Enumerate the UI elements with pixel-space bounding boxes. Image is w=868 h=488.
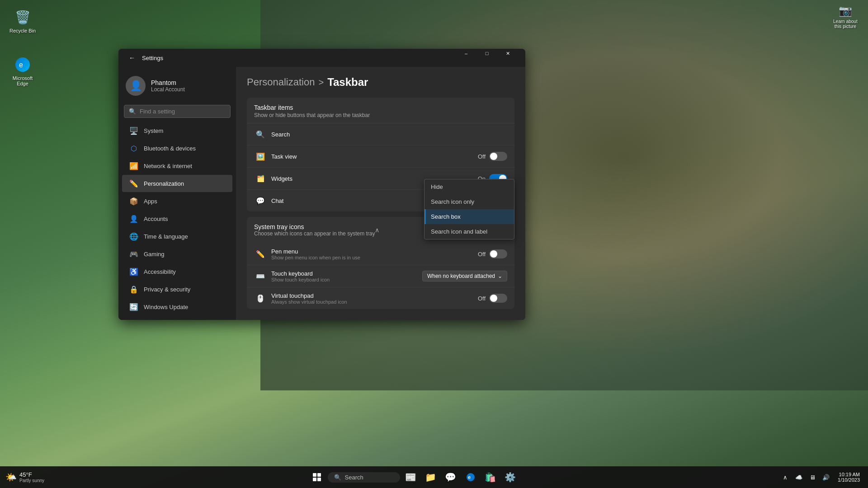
username: Phantom [151, 79, 185, 86]
accessibility-icon: ♿ [129, 267, 138, 276]
page-header: Personalization > Taskbar [247, 76, 514, 89]
pen-menu-toggle[interactable] [489, 249, 507, 258]
svg-rect-5 [317, 478, 321, 481]
nav-item-accounts[interactable]: 👤 Accounts [122, 210, 232, 227]
gaming-icon: 🎮 [129, 249, 138, 258]
svg-rect-4 [313, 478, 316, 481]
learn-about-picture-button[interactable]: 📷 Learn aboutthis picture [827, 5, 863, 29]
touch-keyboard-dropdown[interactable]: When no keyboard attached ⌄ [422, 271, 507, 282]
avatar: 👤 [126, 76, 146, 96]
pen-menu-row: ✏️ Pen menu Show pen menu icon when pen … [247, 243, 514, 265]
touch-keyboard-subtitle: Show touch keyboard icon [271, 277, 422, 282]
nav-item-gaming[interactable]: 🎮 Gaming [122, 245, 232, 263]
taskbar-search-bar[interactable]: 🔍 Search [328, 472, 400, 483]
taskview-setting-icon: 🖼️ [254, 150, 267, 163]
weather-icon: 🌤️ [5, 472, 17, 483]
personalization-icon: ✏️ [129, 179, 138, 188]
taskbar-app-news[interactable]: 📰 [402, 468, 420, 486]
taskbar-items-title: Taskbar items [254, 104, 507, 111]
touch-keyboard-label: Touch keyboard [271, 270, 422, 277]
settings-search-wrapper: 🔍 [118, 103, 236, 122]
privacy-icon: 🔒 [129, 285, 138, 294]
account-type: Local Account [151, 86, 185, 93]
close-button[interactable]: ✕ [497, 49, 518, 62]
taskbar-items-header: Taskbar items Show or hide buttons that … [247, 98, 514, 123]
dropdown-option-icon-only[interactable]: Search icon only [425, 194, 514, 209]
weather-widget[interactable]: 🌤️ 45°F Partly sunny [5, 471, 44, 483]
bluetooth-icon: ⬡ [129, 144, 138, 153]
maximize-button[interactable]: □ [476, 49, 497, 62]
nav-label-apps: Apps [144, 198, 157, 205]
taskbar-app-teams[interactable]: 💬 [442, 468, 460, 486]
start-button[interactable] [308, 468, 326, 486]
system-tray-title: System tray icons [254, 223, 375, 230]
svg-rect-2 [313, 473, 316, 477]
temperature: 45°F [19, 471, 44, 478]
nav-item-bluetooth[interactable]: ⬡ Bluetooth & devices [122, 140, 232, 157]
pen-menu-icon: ✏️ [254, 248, 267, 260]
touch-keyboard-row: ⌨️ Touch keyboard Show touch keyboard ic… [247, 265, 514, 287]
clock-date: 1/10/2023 [838, 477, 860, 483]
nav-item-system[interactable]: 🖥️ System [122, 122, 232, 139]
pen-menu-subtitle: Show pen menu icon when pen is in use [271, 255, 478, 260]
page-title: Taskbar [327, 76, 368, 89]
network-icon: 📶 [129, 161, 138, 170]
nav-label-network: Network & internet [144, 163, 192, 169]
minimize-button[interactable]: – [456, 49, 476, 62]
nav-item-privacy[interactable]: 🔒 Privacy & security [122, 281, 232, 298]
taskbar-search-text: Search [345, 474, 363, 481]
volume-tray-icon[interactable]: 🔊 [820, 471, 832, 483]
nav-label-gaming: Gaming [144, 251, 165, 258]
recycle-bin-image: 🗑️ [14, 8, 32, 26]
nav-item-apps[interactable]: 📦 Apps [122, 192, 232, 210]
taskbar-items-subtitle: Show or hide buttons that appear on the … [254, 112, 507, 118]
taskbar-app-settings[interactable]: ⚙️ [501, 468, 519, 486]
nav-label-winupdate: Windows Update [144, 304, 188, 310]
user-profile[interactable]: 👤 Phantom Local Account [118, 70, 236, 103]
edge-desktop-icon[interactable]: e Microsoft Edge [5, 52, 41, 90]
nav-label-personalization: Personalization [144, 180, 184, 187]
nav-item-accessibility[interactable]: ♿ Accessibility [122, 263, 232, 280]
nav-item-network[interactable]: 📶 Network & internet [122, 157, 232, 174]
virtual-touchpad-subtitle: Always show virtual touchpad icon [271, 299, 478, 305]
taskbar-app-browser[interactable]: e [462, 468, 480, 486]
window-title: Settings [142, 55, 163, 61]
search-setting-label: Search [271, 131, 507, 138]
taskbar-app-folder[interactable]: 📁 [422, 468, 440, 486]
clock-display[interactable]: 10:19 AM 1/10/2023 [835, 471, 863, 483]
svg-text:e: e [468, 474, 471, 480]
taskbar-center: 🔍 Search 📰 📁 💬 e 🛍️ ⚙️ [48, 468, 779, 486]
back-button[interactable]: ← [126, 52, 138, 64]
nav-item-personalization[interactable]: ✏️ Personalization [122, 175, 232, 192]
recycle-bin-icon[interactable]: 🗑️ Recycle Bin [5, 5, 41, 37]
widgets-setting-icon: 🗂️ [254, 172, 267, 185]
nav-label-accounts: Accounts [144, 216, 168, 222]
nav-item-time[interactable]: 🌐 Time & language [122, 228, 232, 245]
taskbar-system-tray: ∧ ☁️ 🖥 🔊 10:19 AM 1/10/2023 [779, 471, 863, 483]
nav-label-accessibility: Accessibility [144, 268, 176, 275]
settings-search-box[interactable]: 🔍 [124, 105, 231, 118]
search-icon: 🔍 [129, 108, 136, 115]
settings-body: 👤 Phantom Local Account 🔍 🖥️ [118, 67, 525, 320]
nav-label-bluetooth: Bluetooth & devices [144, 145, 196, 152]
settings-search-input[interactable] [140, 108, 226, 115]
display-tray-icon[interactable]: 🖥 [806, 471, 819, 483]
nav-label-system: System [144, 127, 163, 134]
dropdown-option-search-box[interactable]: Search box [425, 209, 514, 224]
taskbar-search-icon: 🔍 [334, 474, 341, 481]
nav-item-winupdate[interactable]: 🔄 Windows Update [122, 298, 232, 315]
taskview-setting-row: 🖼️ Task view Off [247, 145, 514, 168]
chevron-up-tray-icon[interactable]: ∧ [779, 471, 792, 483]
taskbar-app-store[interactable]: 🛍️ [481, 468, 500, 486]
taskview-toggle[interactable] [489, 152, 507, 161]
nav-label-time: Time & language [144, 233, 188, 240]
title-bar: ← Settings – □ ✕ [118, 49, 525, 67]
dropdown-option-hide[interactable]: Hide [425, 179, 514, 194]
virtual-touchpad-toggle[interactable] [489, 294, 507, 303]
dropdown-option-icon-label[interactable]: Search icon and label [425, 224, 514, 239]
accounts-icon: 👤 [129, 214, 138, 223]
nav-label-privacy: Privacy & security [144, 286, 190, 293]
network-tray-icon[interactable]: ☁️ [793, 471, 805, 483]
winupdate-icon: 🔄 [129, 302, 138, 311]
search-dropdown-menu: Hide Search icon only Search box Search … [424, 179, 514, 239]
